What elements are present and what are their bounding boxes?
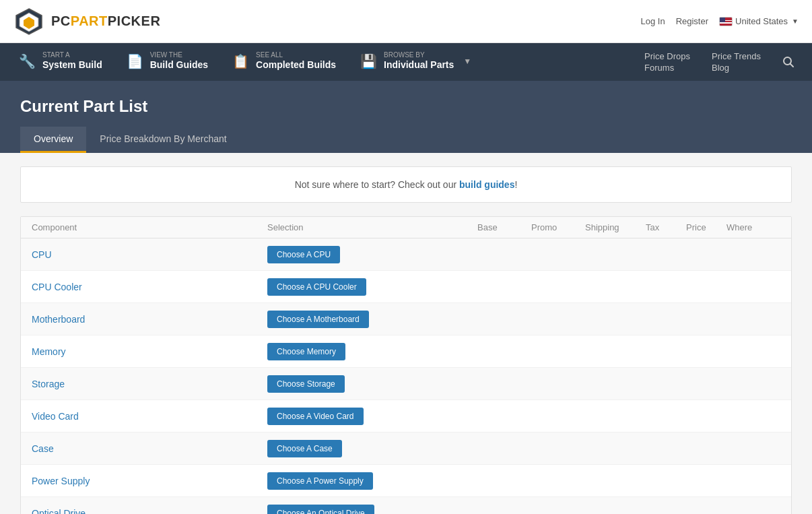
col-selection: Selection: [267, 222, 477, 232]
choose-case-button[interactable]: Choose A Case: [267, 440, 342, 457]
forums-link[interactable]: Forums: [634, 63, 701, 73]
component-cpu[interactable]: CPU: [32, 241, 267, 268]
table-row: Power Supply Choose A Power Supply: [21, 465, 791, 497]
table-row: Case Choose A Case: [21, 432, 791, 465]
logo[interactable]: PCPARTPICKER: [13, 6, 160, 37]
parts-table: Component Selection Base Promo Shipping …: [20, 216, 792, 514]
memory-selection: Choose Memory: [267, 343, 477, 360]
col-shipping: Shipping: [585, 222, 646, 232]
main-navbar: 🔧 START A System Build 📄 VIEW THE Build …: [0, 43, 812, 81]
table-row: Video Card Choose A Video Card: [21, 400, 791, 432]
nav-individual-parts-labels: BROWSE BY Individual Parts: [384, 51, 454, 71]
nav-system-build[interactable]: 🔧 START A System Build: [7, 43, 114, 81]
component-video-card[interactable]: Video Card: [32, 403, 267, 430]
component-case[interactable]: Case: [32, 435, 267, 462]
col-base: Base: [477, 222, 531, 232]
component-optical-drive[interactable]: Optical Drive: [32, 500, 267, 515]
power-supply-selection: Choose A Power Supply: [267, 472, 477, 490]
wrench-icon: 🔧: [19, 53, 36, 69]
table-row: Optical Drive Choose An Optical Drive: [21, 497, 791, 514]
search-icon: [782, 56, 794, 68]
col-component: Component: [32, 222, 267, 232]
nav-individual-parts[interactable]: 💾 BROWSE BY Individual Parts ▼: [348, 43, 483, 81]
col-promo: Promo: [531, 222, 585, 232]
region-chevron: ▼: [792, 18, 799, 25]
component-power-supply[interactable]: Power Supply: [32, 468, 267, 494]
price-drops-link[interactable]: Price Drops: [634, 51, 701, 61]
info-banner: Not sure where to start? Check out our b…: [20, 166, 792, 203]
nav-completed-builds-labels: SEE ALL Completed Builds: [256, 51, 336, 71]
svg-line-4: [790, 64, 794, 67]
nav-system-build-labels: START A System Build: [42, 51, 102, 71]
component-motherboard[interactable]: Motherboard: [32, 306, 267, 333]
document-icon: 📄: [127, 53, 143, 69]
table-row: Storage Choose Storage: [21, 368, 791, 400]
choose-motherboard-button[interactable]: Choose A Motherboard: [267, 311, 369, 328]
cpu-icon: 💾: [360, 53, 377, 69]
motherboard-selection: Choose A Motherboard: [267, 311, 477, 328]
tab-price-breakdown[interactable]: Price Breakdown By Merchant: [86, 127, 240, 153]
choose-cpu-cooler-button[interactable]: Choose A CPU Cooler: [267, 278, 366, 296]
choose-optical-drive-button[interactable]: Choose An Optical Drive: [267, 505, 374, 515]
choose-memory-button[interactable]: Choose Memory: [267, 343, 345, 360]
component-storage[interactable]: Storage: [32, 371, 267, 397]
choose-power-supply-button[interactable]: Choose A Power Supply: [267, 472, 373, 490]
table-row: CPU Cooler Choose A CPU Cooler: [21, 271, 791, 303]
build-guides-link[interactable]: build guides: [459, 179, 514, 190]
list-icon: 📋: [232, 53, 249, 69]
nav-build-guides[interactable]: 📄 VIEW THE Build Guides: [114, 43, 220, 81]
optical-drive-selection: Choose An Optical Drive: [267, 505, 477, 515]
cpu-selection: Choose A CPU: [267, 246, 477, 263]
search-button[interactable]: [772, 43, 805, 81]
price-trends-link[interactable]: Price Trends: [701, 51, 772, 61]
col-tax: Tax: [646, 222, 686, 232]
col-where: Where: [726, 222, 780, 232]
page-header: Current Part List Overview Price Breakdo…: [0, 81, 812, 153]
logo-icon: [13, 6, 44, 37]
nav-build-guides-labels: VIEW THE Build Guides: [150, 51, 208, 71]
choose-storage-button[interactable]: Choose Storage: [267, 375, 345, 393]
flag-icon: [719, 17, 733, 26]
main-content: Not sure where to start? Check out our b…: [0, 153, 812, 514]
component-cpu-cooler[interactable]: CPU Cooler: [32, 274, 267, 300]
region-label: United States: [735, 16, 788, 26]
register-link[interactable]: Register: [676, 16, 708, 26]
table-row: Motherboard Choose A Motherboard: [21, 303, 791, 335]
tab-overview[interactable]: Overview: [20, 127, 86, 153]
video-card-selection: Choose A Video Card: [267, 408, 477, 425]
navbar-right-links: Price Drops Forums Price Trends Blog: [634, 43, 805, 81]
page-title: Current Part List: [20, 97, 792, 127]
storage-selection: Choose Storage: [267, 375, 477, 393]
header-right: Log In Register United States ▼: [640, 16, 799, 26]
info-text-1: Not sure where to start? Check out our: [295, 179, 459, 190]
choose-video-card-button[interactable]: Choose A Video Card: [267, 408, 364, 425]
component-memory[interactable]: Memory: [32, 338, 267, 365]
logo-text: PCPARTPICKER: [51, 13, 160, 29]
case-selection: Choose A Case: [267, 440, 477, 457]
login-link[interactable]: Log In: [640, 16, 665, 26]
table-header: Component Selection Base Promo Shipping …: [21, 217, 791, 238]
page-tabs: Overview Price Breakdown By Merchant: [20, 127, 792, 153]
choose-cpu-button[interactable]: Choose A CPU: [267, 246, 340, 263]
col-price: Price: [686, 222, 726, 232]
info-text-2: !: [514, 179, 517, 190]
table-row: CPU Choose A CPU: [21, 238, 791, 271]
nav-completed-builds[interactable]: 📋 SEE ALL Completed Builds: [220, 43, 348, 81]
region-selector[interactable]: United States ▼: [719, 16, 799, 26]
chevron-down-icon: ▼: [463, 57, 471, 66]
cpu-cooler-selection: Choose A CPU Cooler: [267, 278, 477, 296]
site-header: PCPARTPICKER Log In Register United Stat…: [0, 0, 812, 43]
blog-link[interactable]: Blog: [701, 63, 772, 73]
table-row: Memory Choose Memory: [21, 335, 791, 368]
